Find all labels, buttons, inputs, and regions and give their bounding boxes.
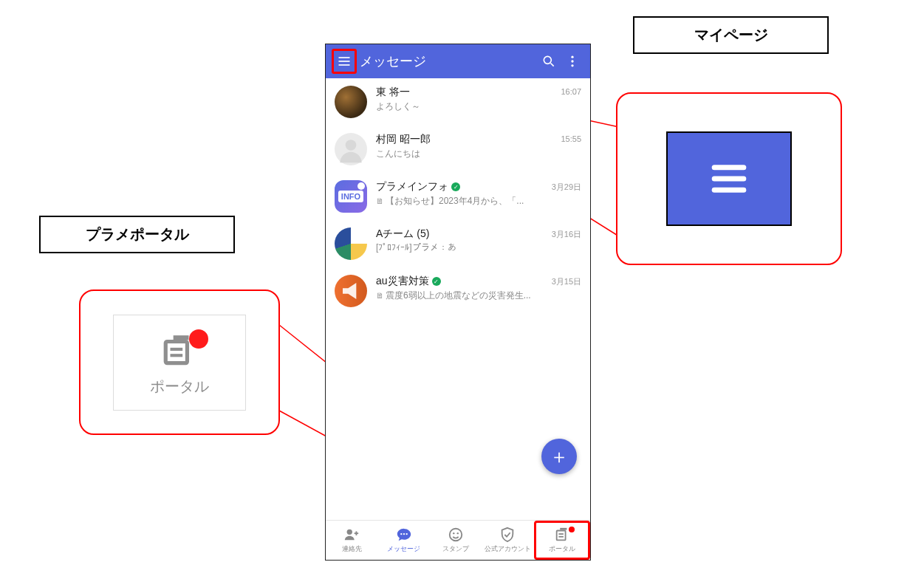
nav-contacts[interactable]: 連絡先 [326,521,377,560]
avatar [335,275,367,307]
svg-point-19 [346,140,357,151]
svg-point-16 [571,56,573,58]
annotation-label-mypage: マイページ [633,16,829,54]
svg-rect-22 [356,531,357,535]
nav-label: ポータル [549,544,575,554]
hamburger-icon [337,54,352,69]
mypage-label-text: マイページ [694,27,768,43]
conversation-name: 村岡 昭一郎 [376,133,431,146]
conversation-time: 3月16日 [552,227,581,240]
conversation-row[interactable]: Aチーム (5) [ﾌﾟﾛﾌｨｰﾙ]プラメ：あ 3月16日 [326,220,590,267]
nav-label: 連絡先 [342,544,362,554]
bottom-nav: 連絡先 メッセージ スタンプ 公式アカウント ポータル [326,520,590,560]
svg-rect-6 [712,188,747,193]
avatar: INFO [335,180,367,213]
svg-point-24 [403,533,404,535]
svg-point-18 [571,64,573,66]
svg-point-14 [544,56,551,64]
svg-rect-30 [558,533,563,535]
conversation-preview: [ﾌﾟﾛﾌｨｰﾙ]プラメ：あ [376,242,543,253]
avatar [335,86,367,118]
app-bar: メッセージ [326,44,590,78]
svg-rect-31 [558,536,563,538]
callout-portal: ポータル [79,289,280,435]
conversation-time: 3月29日 [552,180,581,193]
message-list[interactable]: 東 将一 よろしく～ 16:07 村岡 昭一郎 こんにちは 15:55 INFO [326,78,590,520]
portal-icon-large [158,332,201,372]
svg-point-28 [457,532,459,534]
svg-rect-4 [712,165,747,170]
conversation-preview: よろしく～ [376,100,552,113]
callout-mypage-icon [666,131,792,226]
doc-icon: 🗎 [376,196,384,205]
conversation-name: 東 将一 [376,86,410,99]
svg-point-23 [400,533,402,535]
conversation-time: 16:07 [561,86,581,96]
conversation-preview: 震度6弱以上の地震などの災害発生... [386,290,531,301]
unread-dot-icon [357,182,365,190]
search-button[interactable] [537,49,561,73]
svg-rect-11 [339,57,350,58]
svg-point-17 [571,60,573,62]
conversation-name: Aチーム (5) [376,227,429,241]
info-badge: INFO [338,191,363,202]
avatar [335,227,367,260]
contacts-icon [343,527,360,543]
message-icon [396,527,412,543]
nav-messages[interactable]: メッセージ [377,521,429,560]
svg-point-25 [405,533,407,535]
search-icon [541,54,556,69]
nav-official[interactable]: 公式アカウント [482,521,533,560]
plus-icon: ＋ [550,444,569,470]
menu-button[interactable] [332,49,357,74]
verified-icon [432,277,441,286]
svg-rect-29 [556,531,565,541]
doc-icon: 🗎 [376,291,384,300]
nav-label: メッセージ [387,544,420,554]
compose-fab[interactable]: ＋ [541,439,577,474]
conversation-preview: 【お知らせ】2023年4月から、「... [386,196,524,206]
conversation-row[interactable]: INFO プラメインフォ 🗎【お知らせ】2023年4月から、「... 3月29日 [326,173,590,220]
megaphone-icon [335,275,367,307]
avatar [335,133,367,165]
nav-label: 公式アカウント [485,544,531,554]
more-vert-icon [565,54,580,69]
conversation-row[interactable]: 東 将一 よろしく～ 16:07 [326,78,590,126]
official-icon [499,527,516,543]
callout-mypage [616,92,842,265]
conversation-time: 3月15日 [552,275,581,287]
conversation-row[interactable]: au災害対策 🗎震度6弱以上の地震などの災害発生... 3月15日 [326,267,590,315]
conversation-row[interactable]: 村岡 昭一郎 こんにちは 15:55 [326,126,590,173]
verified-icon [451,182,460,191]
nav-stamps[interactable]: スタンプ [430,521,482,560]
notification-dot-icon [569,527,575,532]
portal-icon [554,527,570,543]
nav-label: スタンプ [442,544,469,554]
svg-point-26 [450,529,462,541]
svg-rect-10 [174,335,189,340]
svg-point-27 [453,532,454,534]
conversation-name: au災害対策 [376,275,429,288]
svg-line-15 [551,64,554,66]
nav-portal[interactable]: ポータル [534,521,590,560]
person-icon [335,133,367,165]
app-title: メッセージ [360,52,537,70]
svg-rect-12 [339,61,350,62]
conversation-name: プラメインフォ [376,180,448,193]
conversation-preview: こんにちは [376,148,552,160]
svg-rect-9 [171,354,183,357]
portal-icon-large-label: ポータル [150,377,209,397]
svg-rect-13 [339,64,350,66]
svg-rect-32 [560,528,567,530]
svg-point-20 [347,530,352,535]
portal-label-text: プラメポータル [86,226,189,242]
phone-frame: メッセージ 東 将一 よろしく～ 16:07 [325,44,591,561]
stamp-icon [448,527,464,543]
conversation-time: 15:55 [561,133,581,143]
callout-portal-icon-box: ポータル [113,315,246,411]
annotation-label-portal: プラメポータル [39,216,235,253]
hamburger-icon [708,158,750,199]
more-button[interactable] [561,49,584,73]
svg-rect-7 [165,342,187,363]
svg-rect-8 [171,348,183,351]
